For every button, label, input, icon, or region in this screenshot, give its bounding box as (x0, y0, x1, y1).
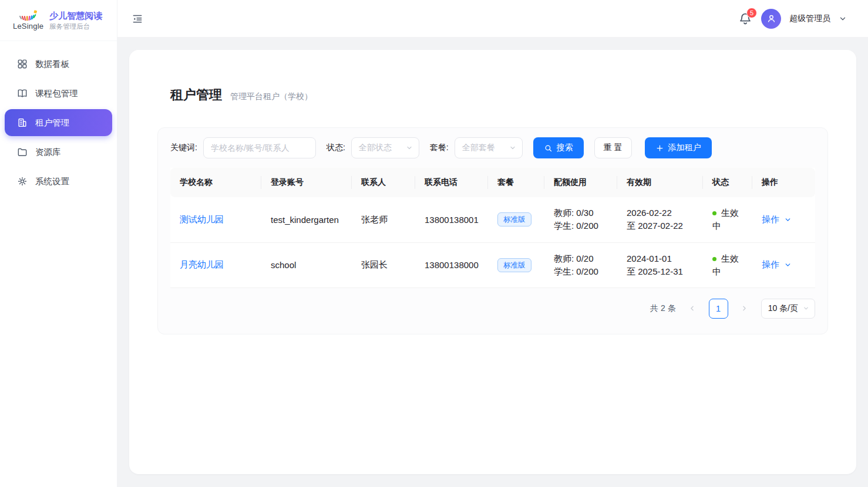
quota-teacher: 教师: 0/20 (554, 252, 608, 265)
topbar-right: 5 超级管理员 (738, 9, 847, 29)
user-icon (766, 13, 777, 24)
chevron-right-icon (741, 305, 748, 312)
status-badge: 生效中 (712, 253, 739, 276)
status-select[interactable]: 全部状态 (351, 137, 419, 158)
sidebar-item-course-packages[interactable]: 课程包管理 (5, 80, 112, 107)
row-actions-dropdown[interactable]: 操作 (762, 259, 792, 270)
search-button[interactable]: 搜索 (533, 137, 584, 158)
avatar[interactable] (761, 9, 781, 29)
sidebar-item-dashboard[interactable]: 数据看板 (5, 50, 112, 77)
valid-to: 至 2027-02-22 (627, 219, 694, 232)
main-column: 5 超级管理员 (117, 0, 868, 487)
sidebar-item-tenants[interactable]: 租户管理 (5, 109, 112, 136)
chevron-down-icon (784, 216, 792, 224)
sidebar-item-settings[interactable]: 系统设置 (5, 168, 112, 195)
page-size-value: 10 条/页 (768, 303, 798, 314)
search-icon (544, 144, 553, 153)
sidebar-collapse-button[interactable] (129, 11, 146, 27)
chevron-down-icon (803, 305, 809, 312)
valid-to: 至 2025-12-31 (627, 265, 694, 278)
lesingle-fan-icon (18, 10, 39, 23)
book-icon (16, 87, 28, 99)
table-row: 测试幼儿园 test_kindergarten 张老师 13800138001 … (170, 197, 815, 242)
dashboard-icon (16, 58, 28, 70)
page-head: 租户管理 管理平台租户（学校） (157, 86, 828, 104)
brand-title: 少儿智慧阅读 (49, 10, 102, 21)
reset-button-label: 重 置 (604, 143, 623, 153)
row-actions-label: 操作 (762, 214, 779, 225)
brand-text: 少儿智慧阅读 服务管理后台 (49, 10, 102, 31)
tenant-table-header: 学校名称 登录账号 联系人 联系电话 套餐 配额使用 有效期 状态 操作 (170, 168, 815, 197)
col-school-name: 学校名称 (170, 168, 261, 197)
add-tenant-button-label: 添加租户 (668, 143, 701, 153)
col-actions: 操作 (752, 168, 815, 197)
plus-icon (655, 144, 664, 153)
plan-badge: 标准版 (497, 212, 531, 226)
table-row: 月亮幼儿园 school 张园长 13800138000 标准版 教师: 0/2… (170, 242, 815, 288)
valid-from: 2024-01-01 (627, 252, 694, 265)
status-dot (712, 257, 716, 261)
sidebar-item-label: 数据看板 (35, 59, 69, 70)
sidebar-menu: 数据看板 课程包管理 (0, 41, 117, 207)
col-validity: 有效期 (617, 168, 703, 197)
folder-icon (16, 146, 28, 158)
quota-cell: 教师: 0/30 学生: 0/200 (544, 197, 617, 242)
pagination-total: 共 2 条 (650, 303, 676, 314)
content-area: 租户管理 管理平台租户（学校） 关键词: 状态: 全部状态 (117, 38, 868, 487)
plan-filter-group: 套餐: 全部套餐 (430, 137, 523, 158)
school-name-link[interactable]: 测试幼儿园 (180, 214, 224, 224)
plan-select[interactable]: 全部套餐 (455, 137, 523, 158)
quota-student: 学生: 0/200 (554, 219, 608, 232)
col-login-account: 登录账号 (261, 168, 352, 197)
col-phone: 联系电话 (415, 168, 488, 197)
row-actions-dropdown[interactable]: 操作 (762, 214, 792, 225)
row-actions-label: 操作 (762, 259, 779, 270)
brand-subtitle: 服务管理后台 (49, 22, 102, 31)
page-size-select[interactable]: 10 条/页 (761, 299, 815, 319)
add-tenant-button[interactable]: 添加租户 (645, 137, 712, 158)
quota-teacher: 教师: 0/30 (554, 207, 608, 219)
keyword-filter-group: 关键词: (170, 137, 316, 158)
validity-cell: 2026-02-22 至 2027-02-22 (617, 197, 703, 242)
keyword-input[interactable] (203, 137, 316, 158)
search-button-label: 搜索 (557, 143, 573, 153)
filter-bar: 关键词: 状态: 全部状态 (170, 137, 815, 158)
status-cell: 生效中 (703, 242, 752, 288)
chevron-left-icon (688, 305, 696, 312)
pagination: 共 2 条 1 10 条/页 (170, 299, 815, 319)
contact-cell: 张园长 (352, 242, 415, 288)
pagination-prev-button[interactable] (684, 299, 701, 318)
page-subtitle: 管理平台租户（学校） (230, 92, 312, 102)
tenant-panel: 关键词: 状态: 全部状态 (157, 127, 828, 334)
pagination-next-button[interactable] (736, 299, 753, 318)
quota-cell: 教师: 0/20 学生: 0/200 (544, 242, 617, 288)
chevron-down-icon[interactable] (839, 15, 847, 23)
sidebar-item-label: 系统设置 (35, 176, 69, 187)
status-cell: 生效中 (703, 197, 752, 242)
col-plan: 套餐 (488, 168, 544, 197)
notification-bell-button[interactable]: 5 (738, 11, 753, 26)
gear-icon (16, 175, 28, 187)
validity-cell: 2024-01-01 至 2025-12-31 (617, 242, 703, 288)
plan-label: 套餐: (430, 143, 449, 153)
reset-button[interactable]: 重 置 (594, 137, 632, 158)
status-badge: 生效中 (712, 208, 739, 231)
plan-select-value: 全部套餐 (462, 143, 495, 153)
chevron-down-icon (509, 144, 516, 151)
brand-logo: LeSingle (13, 10, 43, 31)
user-name[interactable]: 超级管理员 (789, 13, 830, 24)
page-title: 租户管理 (170, 86, 222, 104)
col-quota: 配额使用 (544, 168, 617, 197)
status-dot (712, 211, 716, 215)
col-status: 状态 (703, 168, 752, 197)
phone-cell: 13800138001 (415, 197, 488, 242)
sidebar: LeSingle 少儿智慧阅读 服务管理后台 数据看板 (0, 0, 117, 487)
chevron-down-icon (784, 261, 792, 269)
phone-cell: 13800138000 (415, 242, 488, 288)
brand-area: LeSingle 少儿智慧阅读 服务管理后台 (0, 0, 117, 41)
status-filter-group: 状态: 全部状态 (327, 137, 419, 158)
tenant-management-card: 租户管理 管理平台租户（学校） 关键词: 状态: 全部状态 (129, 50, 856, 474)
sidebar-item-resources[interactable]: 资源库 (5, 138, 112, 165)
school-name-link[interactable]: 月亮幼儿园 (180, 259, 224, 269)
pagination-page-1[interactable]: 1 (709, 299, 728, 319)
